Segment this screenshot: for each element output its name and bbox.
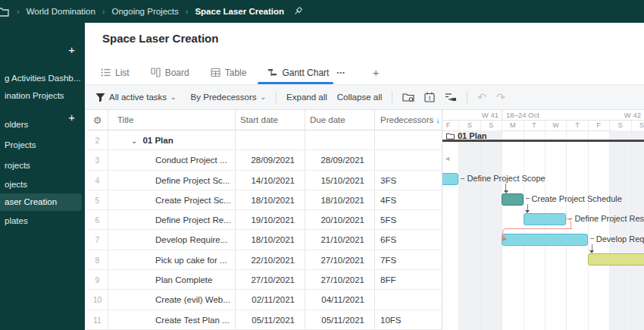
sidebar-item[interactable]: Projects — [0, 137, 82, 154]
gantt-bar[interactable] — [524, 213, 567, 225]
sort-desc-icon[interactable]: ↓ — [436, 110, 440, 130]
due-date-cell[interactable]: 27/10/2021 — [305, 270, 375, 289]
collapse-all-button[interactable]: Collapse all — [337, 93, 382, 102]
group-by-label: By Predecessors — [191, 93, 257, 102]
predecessors-cell[interactable]: 3FS — [375, 171, 439, 190]
start-date-cell[interactable]: 19/10/2021 — [236, 210, 305, 229]
task-title-cell[interactable]: Pick up cake for ... — [108, 250, 236, 269]
tab-add-icon[interactable]: + — [373, 66, 380, 79]
column-header-start-date[interactable]: Start date — [236, 110, 305, 130]
task-title-cell[interactable]: Define Project Sc... — [108, 171, 236, 190]
start-date-cell[interactable]: 18/10/2021 — [236, 190, 305, 209]
start-date-cell[interactable]: 05/11/2021 — [236, 310, 305, 329]
table-row[interactable]: 2⌄01 Plan — [87, 130, 442, 150]
task-title-cell[interactable]: Plan Complete — [108, 270, 236, 289]
redo-icon[interactable]: ↷ — [496, 91, 505, 103]
table-row[interactable]: 3Conduct Project ...28/09/202128/09/2021 — [87, 150, 442, 170]
predecessors-cell[interactable]: 10FS — [375, 310, 439, 329]
task-title-cell[interactable]: Create Test Plan ... — [108, 310, 236, 329]
filter-button[interactable]: All active tasks ⌄ — [95, 93, 177, 102]
start-date-cell[interactable] — [236, 130, 305, 149]
breadcrumb-item[interactable]: World Domination — [27, 7, 95, 16]
task-title: 01 Plan — [142, 136, 173, 145]
tab-more-icon[interactable]: ••• — [336, 69, 345, 76]
due-date-cell[interactable]: 15/10/2021 — [305, 171, 375, 190]
predecessors-cell[interactable] — [375, 130, 439, 149]
task-title-cell[interactable]: Conduct Project ... — [108, 150, 236, 169]
task-title-cell[interactable]: ⌄01 Plan — [108, 130, 236, 149]
table-row[interactable]: 9Plan Complete27/10/202127/10/20218FF — [87, 270, 442, 290]
expand-all-button[interactable]: Expand all — [286, 93, 327, 102]
due-date-cell[interactable]: 18/10/2021 — [305, 190, 375, 209]
row-number: 3 — [87, 150, 108, 169]
start-date-cell[interactable]: 27/10/2021 — [236, 270, 305, 289]
predecessors-cell[interactable]: 5FS — [375, 210, 439, 229]
group-by-button[interactable]: By Predecessors ⌄ — [191, 93, 266, 102]
gantt-bar[interactable] — [442, 173, 458, 185]
folder-settings-icon[interactable] — [402, 92, 414, 102]
sidebar-item[interactable]: rojects — [0, 157, 82, 174]
task-title-cell[interactable]: Define Project Re... — [108, 210, 236, 229]
sidebar-add-icon[interactable]: + — [68, 44, 75, 55]
table-row[interactable]: 4Define Project Sc...14/10/202115/10/202… — [87, 171, 442, 190]
sidebar-item[interactable]: aser Creation — [0, 193, 82, 211]
due-date-cell[interactable]: 21/10/2021 — [305, 230, 375, 249]
predecessors-cell[interactable]: 4FS — [375, 190, 439, 209]
due-date-cell[interactable] — [305, 130, 375, 149]
table-row[interactable]: 10Create (evil) Web...02/11/202104/11/20… — [87, 290, 442, 310]
start-date-cell[interactable]: 14/10/2021 — [236, 171, 305, 190]
start-date-cell[interactable]: 02/11/2021 — [236, 290, 305, 309]
tab-list[interactable]: List — [101, 61, 130, 84]
sidebar-item[interactable]: olders — [0, 116, 82, 134]
sidebar-item-label: ination Projects — [5, 91, 64, 100]
pin-icon[interactable] — [292, 6, 303, 17]
start-date-cell[interactable]: 22/10/2021 — [236, 250, 305, 269]
tab-board[interactable]: Board — [151, 61, 189, 84]
gantt-bar[interactable] — [502, 193, 523, 206]
sidebar-item[interactable]: ojects — [0, 176, 82, 193]
collapse-chevron-icon[interactable]: ⌄ — [131, 137, 137, 145]
column-header-due-date[interactable]: Due date — [305, 110, 375, 130]
start-date-cell[interactable]: 28/09/2021 — [236, 150, 305, 169]
task-title: Pick up cake for ... — [155, 256, 227, 265]
predecessors-cell[interactable]: 6FS — [375, 230, 439, 249]
predecessors-cell[interactable]: 8FF — [375, 270, 439, 289]
breadcrumb-item[interactable]: Ongoing Projects — [112, 7, 179, 16]
predecessors-cell[interactable]: 7FS — [375, 250, 439, 269]
tab-table[interactable]: Table — [211, 61, 247, 84]
breadcrumb-current[interactable]: Space Laser Creation — [195, 7, 284, 16]
day-header: F — [442, 120, 459, 130]
predecessors-cell[interactable] — [375, 290, 439, 309]
workspace-folder-icon[interactable] — [0, 5, 10, 17]
column-settings-gear-icon[interactable]: ⚙ — [93, 115, 102, 126]
gantt-bar[interactable] — [588, 253, 644, 266]
predecessors-cell[interactable] — [375, 150, 439, 169]
table-row[interactable]: 5Create Project Sc...18/10/202118/10/202… — [87, 190, 442, 210]
table-row[interactable]: 6Define Project Re...19/10/202120/10/202… — [87, 210, 442, 230]
due-date-cell[interactable]: 28/09/2021 — [305, 150, 375, 169]
start-date-cell[interactable]: 18/10/2021 — [236, 230, 305, 249]
task-title: Create Project Sc... — [155, 196, 231, 205]
undo-icon[interactable]: ↶ — [477, 91, 486, 103]
table-row[interactable]: 11Create Test Plan ...05/11/202105/11/20… — [87, 310, 442, 330]
sidebar-item[interactable]: ination Projects — [0, 87, 82, 105]
reschedule-icon[interactable] — [445, 92, 457, 102]
sidebar-item[interactable]: plates — [0, 212, 82, 230]
table-row[interactable]: 8Pick up cake for ...22/10/202127/10/202… — [87, 250, 442, 270]
sidebar-item[interactable]: g Activities Dashb... — [0, 70, 82, 87]
conflict-arrowhead — [503, 237, 507, 241]
due-date-cell[interactable]: 04/11/2021 — [305, 290, 375, 309]
task-title-cell[interactable]: Create (evil) Web... — [108, 290, 236, 309]
column-header-title[interactable]: Title — [108, 110, 236, 130]
due-date-cell[interactable]: 20/10/2021 — [305, 210, 375, 229]
date-conflict-icon[interactable]: ! — [424, 92, 435, 102]
tab-label: Gantt Chart — [282, 68, 329, 78]
due-date-cell[interactable]: 27/10/2021 — [305, 250, 375, 269]
table-row[interactable]: 7Develop Require...18/10/202121/10/20216… — [87, 230, 442, 250]
tab-gantt-chart[interactable]: Gantt Chart — [267, 61, 329, 84]
task-title-cell[interactable]: Develop Require... — [108, 230, 236, 249]
due-date-cell[interactable]: 05/11/2021 — [305, 310, 375, 329]
task-title-cell[interactable]: Create Project Sc... — [108, 190, 236, 209]
column-header-predecessors[interactable]: Predecessors ↓ — [375, 110, 439, 130]
offscreen-task-marker-icon[interactable]: ◄ — [444, 155, 451, 162]
